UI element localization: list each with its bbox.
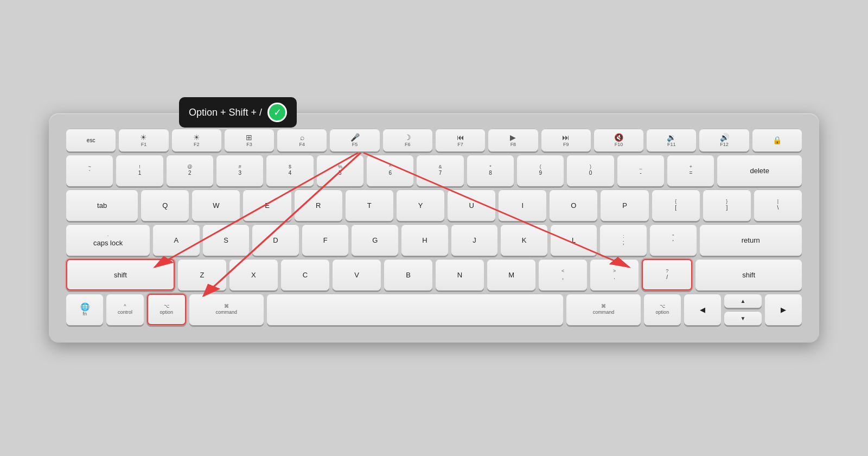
key-v[interactable]: V [333, 259, 381, 290]
check-icon: ✓ [267, 103, 287, 122]
key-s[interactable]: S [203, 224, 250, 256]
key-k[interactable]: K [501, 224, 547, 256]
key-l[interactable]: L [551, 224, 597, 256]
key-w[interactable]: W [192, 189, 240, 221]
key-4[interactable]: $ 4 [266, 155, 313, 186]
key-i[interactable]: I [499, 189, 546, 221]
key-6[interactable]: ^ 6 [367, 155, 413, 186]
key-arrow-right[interactable]: ▶ [765, 294, 802, 325]
shortcut-tooltip: Option + Shift + / ✓ [179, 97, 297, 128]
key-esc[interactable]: esc [66, 129, 116, 151]
key-slash[interactable]: ? / [642, 259, 692, 290]
key-tab[interactable]: tab [66, 189, 138, 221]
key-arrow-up[interactable]: ▲ [724, 294, 761, 308]
key-f12[interactable]: 🔊 F12 [699, 129, 749, 151]
number-row: ~ ` ! 1 @ 2 # 3 $ 4 % 5 [66, 155, 802, 186]
key-h[interactable]: H [401, 224, 448, 256]
key-p[interactable]: P [601, 189, 648, 221]
key-option-left[interactable]: ⌥ option [147, 294, 186, 325]
key-g[interactable]: G [352, 224, 398, 256]
key-q[interactable]: Q [141, 189, 189, 221]
key-8[interactable]: * 8 [467, 155, 514, 186]
key-f5[interactable]: 🎤 F5 [330, 129, 379, 151]
keyboard: Option + Shift + / ✓ esc ☀ F1 ☀ [49, 113, 819, 343]
key-o[interactable]: O [550, 189, 597, 221]
key-m[interactable]: M [487, 259, 535, 290]
key-fn[interactable]: 🌐 fn [66, 294, 103, 325]
key-space[interactable] [267, 294, 564, 325]
key-0[interactable]: ) 0 [567, 155, 614, 186]
key-command-right[interactable]: ⌘ command [566, 294, 641, 325]
key-f9[interactable]: ⏭ F9 [541, 129, 591, 151]
key-delete[interactable]: delete [717, 155, 801, 186]
key-d[interactable]: D [252, 224, 299, 256]
key-equals[interactable]: + = [667, 155, 714, 186]
key-open-bracket[interactable]: { [ [652, 189, 700, 221]
key-backslash[interactable]: | \ [754, 189, 802, 221]
key-f11[interactable]: 🔉 F11 [647, 129, 696, 151]
key-a[interactable]: A [153, 224, 200, 256]
key-f10[interactable]: 🔇 F10 [594, 129, 643, 151]
fn-row: esc ☀ F1 ☀ F2 ⊞ F3 ⌕ F4 🎤 F5 [66, 129, 802, 151]
key-lock[interactable]: 🔒 [752, 129, 802, 151]
key-command-left[interactable]: ⌘ command [189, 294, 264, 325]
key-f8[interactable]: ▶ F8 [488, 129, 538, 151]
key-f6[interactable]: ☽ F6 [383, 129, 432, 151]
key-u[interactable]: U [448, 189, 495, 221]
key-r[interactable]: R [295, 189, 342, 221]
key-c[interactable]: C [281, 259, 329, 290]
key-shift-right[interactable]: shift [695, 259, 802, 290]
key-e[interactable]: E [243, 189, 291, 221]
key-quote[interactable]: " ' [650, 224, 697, 256]
tooltip-text: Option + Shift + / [189, 107, 262, 118]
key-1[interactable]: ! 1 [116, 155, 163, 186]
key-option-right[interactable]: ⌥ option [644, 294, 681, 325]
key-x[interactable]: X [229, 259, 278, 290]
key-f[interactable]: F [302, 224, 349, 256]
key-y[interactable]: Y [397, 189, 444, 221]
key-return[interactable]: return [700, 224, 802, 256]
keyboard-rows: esc ☀ F1 ☀ F2 ⊞ F3 ⌕ F4 🎤 F5 [66, 129, 802, 325]
key-caps-lock[interactable]: · caps lock [66, 224, 150, 256]
key-period[interactable]: > . [590, 259, 639, 290]
asdf-row: · caps lock A S D F G H J [66, 224, 802, 256]
key-j[interactable]: J [451, 224, 498, 256]
key-f1[interactable]: ☀ F1 [119, 129, 168, 151]
key-9[interactable]: ( 9 [517, 155, 564, 186]
key-3[interactable]: # 3 [216, 155, 263, 186]
key-control[interactable]: ^ control [106, 294, 143, 325]
key-f3[interactable]: ⊞ F3 [225, 129, 274, 151]
key-comma[interactable]: < , [539, 259, 587, 290]
key-tilde[interactable]: ~ ` [66, 155, 113, 186]
key-minus[interactable]: _ - [617, 155, 664, 186]
key-semicolon[interactable]: : ; [600, 224, 647, 256]
key-f2[interactable]: ☀ F2 [172, 129, 221, 151]
zxcv-row: shift Z X C V B N M < [66, 259, 802, 290]
key-arrow-down[interactable]: ▼ [724, 311, 761, 325]
key-f4[interactable]: ⌕ F4 [277, 129, 327, 151]
key-arrow-left[interactable]: ◀ [684, 294, 721, 325]
key-t[interactable]: T [346, 189, 393, 221]
key-n[interactable]: N [436, 259, 484, 290]
key-b[interactable]: B [384, 259, 432, 290]
key-z[interactable]: Z [178, 259, 226, 290]
key-2[interactable]: @ 2 [167, 155, 213, 186]
qwerty-row: tab Q W E R T Y U I [66, 189, 802, 221]
key-shift-left[interactable]: shift [66, 259, 175, 290]
key-5[interactable]: % 5 [317, 155, 363, 186]
bottom-row: 🌐 fn ^ control ⌥ option ⌘ command ⌘ comm… [66, 294, 802, 325]
key-f7[interactable]: ⏮ F7 [436, 129, 485, 151]
key-7[interactable]: & 7 [417, 155, 463, 186]
key-close-bracket[interactable]: } ] [703, 189, 751, 221]
